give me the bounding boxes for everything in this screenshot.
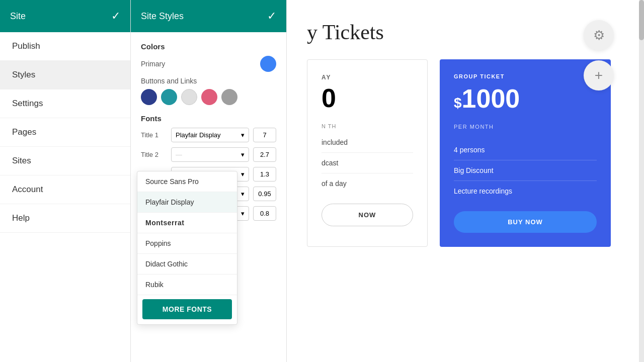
- sidebar-item-pages[interactable]: Pages: [0, 118, 130, 147]
- styles-panel-title: Site Styles: [141, 11, 184, 22]
- scrollbar[interactable]: [639, 0, 644, 362]
- sidebar-item-sites[interactable]: Sites: [0, 147, 130, 175]
- color-dot-darkblue[interactable]: [141, 89, 157, 105]
- free-ticket-feature-0: included: [321, 132, 413, 153]
- sidebar-check-icon[interactable]: ✓: [111, 10, 120, 23]
- colors-section: Colors Primary Buttons and Links: [141, 42, 276, 105]
- font-row-title1-label: Title 1: [141, 131, 167, 139]
- color-dot-gray[interactable]: [221, 89, 237, 105]
- group-ticket-feature-0: 4 persons: [454, 140, 597, 160]
- chevron-down-icon4: ▾: [241, 190, 245, 198]
- font-select-title2[interactable]: — ▾: [171, 147, 249, 162]
- font-option-montserrat[interactable]: Montserrat: [137, 213, 237, 233]
- font-dropdown: Source Sans Pro Playfair Display Montser…: [137, 171, 237, 325]
- group-ticket-feature-2: Lecture recordings: [454, 181, 597, 201]
- sidebar-header: Site ✓: [0, 0, 130, 32]
- free-ticket-day-label: AY: [321, 74, 413, 81]
- sidebar-item-account[interactable]: Account: [0, 175, 130, 204]
- font-option-poppins[interactable]: Poppins: [137, 233, 237, 254]
- free-ticket-price-area: 0: [321, 83, 413, 113]
- main-content: ⚙ + y Tickets AY 0 N TH included dcast: [287, 0, 644, 362]
- more-fonts-button[interactable]: MORE FONTS: [142, 299, 232, 319]
- font-row-title1: Title 1 Playfair Display ▾ 7: [141, 128, 276, 142]
- page-preview: ⚙ + y Tickets AY 0 N TH included dcast: [287, 0, 644, 362]
- chevron-down-icon: ▾: [241, 131, 245, 139]
- color-dot-pink[interactable]: [201, 89, 217, 105]
- chevron-down-icon2: ▾: [241, 151, 245, 158]
- font-row-title2: Title 2 — ▾ 2.7: [141, 147, 276, 162]
- font-size-text[interactable]: 0.95: [253, 187, 276, 201]
- styles-panel-check-icon[interactable]: ✓: [267, 10, 276, 23]
- group-ticket-feature-1: Big Discount: [454, 160, 597, 181]
- free-ticket-price: 0: [321, 83, 336, 113]
- font-row-title2-label: Title 2: [141, 151, 167, 158]
- tickets-grid: AY 0 N TH included dcast of a day NOW GR…: [307, 59, 624, 247]
- gear-button[interactable]: ⚙: [584, 20, 614, 50]
- page-title: y Tickets: [307, 20, 624, 44]
- sidebar-title: Site: [10, 11, 26, 22]
- buttons-links-label: Buttons and Links: [141, 77, 276, 85]
- chevron-down-icon3: ▾: [241, 170, 245, 178]
- color-dots-row: [141, 89, 276, 105]
- styles-panel: Site Styles ✓ Colors Primary Buttons and…: [131, 0, 287, 362]
- ticket-card-free: AY 0 N TH included dcast of a day NOW: [307, 59, 428, 247]
- group-ticket-buy-button[interactable]: BUY NOW: [454, 211, 597, 233]
- colors-section-label: Colors: [141, 42, 276, 51]
- font-option-source-sans-pro[interactable]: Source Sans Pro: [137, 171, 237, 192]
- font-option-didact-gothic[interactable]: Didact Gothic: [137, 254, 237, 275]
- free-ticket-buy-button[interactable]: NOW: [321, 204, 413, 226]
- font-size-title2[interactable]: 2.7: [253, 147, 276, 162]
- free-ticket-feature-1: dcast: [321, 153, 413, 173]
- gear-icon: ⚙: [593, 28, 605, 43]
- group-ticket-price-area: $1000: [454, 83, 597, 114]
- font-option-rubik[interactable]: Rubik: [137, 275, 237, 295]
- sidebar-item-settings[interactable]: Settings: [0, 89, 130, 118]
- sidebar-item-styles[interactable]: Styles: [0, 61, 130, 89]
- styles-panel-header: Site Styles ✓: [131, 0, 286, 32]
- scrollbar-thumb[interactable]: [639, 0, 644, 40]
- group-ticket-badge: GROUP TICKET: [454, 73, 597, 79]
- ticket-card-group: GROUP TICKET $1000 PER MONTH 4 persons B…: [440, 59, 611, 247]
- sidebar-item-publish[interactable]: Publish: [0, 32, 130, 61]
- free-ticket-feature-2: of a day: [321, 173, 413, 194]
- font-select-title1[interactable]: Playfair Display ▾: [171, 128, 249, 142]
- plus-icon: +: [595, 67, 603, 83]
- chevron-down-icon5: ▾: [241, 210, 245, 217]
- font-option-playfair-display[interactable]: Playfair Display: [137, 192, 237, 213]
- sidebar: Site ✓ Publish Styles Settings Pages Sit…: [0, 0, 131, 362]
- font-size-title3[interactable]: 1.3: [253, 167, 276, 182]
- primary-row: Primary: [141, 56, 276, 72]
- font-size-title1[interactable]: 7: [253, 128, 276, 142]
- group-ticket-price: 1000: [462, 84, 520, 113]
- font-size-text2[interactable]: 0.8: [253, 206, 276, 221]
- fonts-section-label: Fonts: [141, 114, 276, 123]
- font-select-title1-value: Playfair Display: [176, 131, 221, 139]
- color-dot-teal[interactable]: [161, 89, 177, 105]
- primary-label: Primary: [141, 60, 165, 68]
- group-ticket-per-month: PER MONTH: [454, 124, 597, 130]
- free-ticket-period: N TH: [321, 123, 413, 129]
- add-button[interactable]: +: [584, 60, 614, 90]
- group-ticket-price-symbol: $: [454, 95, 462, 111]
- sidebar-item-help[interactable]: Help: [0, 204, 130, 233]
- color-dot-lightgray[interactable]: [181, 89, 197, 105]
- primary-color-swatch[interactable]: [260, 56, 276, 72]
